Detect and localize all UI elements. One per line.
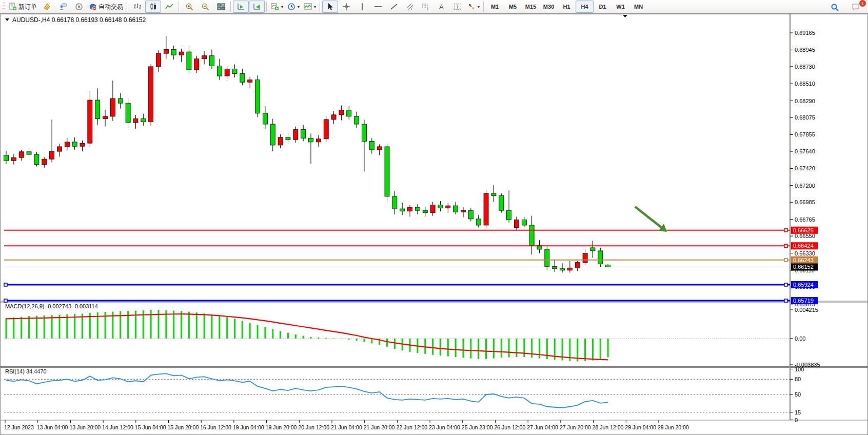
timeframe-m5-button[interactable]: M5 bbox=[504, 1, 522, 13]
candle bbox=[590, 248, 595, 251]
candle bbox=[461, 210, 466, 212]
text-label-button[interactable]: T bbox=[449, 1, 465, 13]
candle bbox=[217, 66, 222, 76]
bars-icon bbox=[133, 3, 142, 11]
time-axis-label: 12 Jun 2023 bbox=[4, 424, 34, 430]
button-label: H4 bbox=[581, 4, 588, 10]
time-axis-label: 29 Jun 20:00 bbox=[658, 424, 689, 430]
templates-button[interactable]: ▾ bbox=[302, 1, 318, 13]
candle bbox=[209, 56, 214, 66]
time-axis-label: 20 Jun 12:00 bbox=[298, 424, 329, 430]
zoom-out-icon bbox=[201, 3, 209, 11]
cursor-button[interactable] bbox=[322, 1, 338, 13]
support-line-blue-2-handle[interactable] bbox=[784, 299, 787, 302]
hline-icon bbox=[374, 3, 382, 11]
toolbar-separator bbox=[127, 2, 128, 12]
expert-advisor-button[interactable] bbox=[71, 1, 87, 13]
candle bbox=[567, 268, 572, 270]
candle bbox=[400, 209, 405, 211]
text-button[interactable]: A bbox=[433, 1, 449, 13]
candle bbox=[133, 118, 138, 123]
indicators-button[interactable]: ▾ bbox=[269, 1, 285, 13]
timeframe-d1-button[interactable]: D1 bbox=[594, 1, 611, 13]
price-tick-label: 0.67200 bbox=[795, 183, 815, 189]
auto-trading-button[interactable]: 自动交易 bbox=[87, 1, 125, 13]
timeframe-h1-button[interactable]: H1 bbox=[558, 1, 576, 13]
toolbar-separator bbox=[179, 2, 180, 12]
channel-icon: E bbox=[406, 3, 414, 11]
resistance-line-1-handle[interactable] bbox=[784, 229, 787, 232]
timeframe-mn-button[interactable]: MN bbox=[629, 1, 647, 13]
time-axis-label: 28 Jun 12:00 bbox=[593, 424, 624, 430]
button-label: 新订单 bbox=[18, 3, 37, 11]
profiles-button[interactable] bbox=[39, 1, 55, 13]
candle bbox=[438, 205, 443, 208]
fibonacci-button[interactable]: F bbox=[418, 1, 433, 13]
candle bbox=[240, 74, 245, 83]
timeframe-w1-button[interactable]: W1 bbox=[611, 1, 629, 13]
time-axis-label: 15 Jun 04:00 bbox=[135, 424, 166, 430]
horizontal-line-button[interactable] bbox=[370, 1, 386, 13]
line-chart-button[interactable] bbox=[161, 1, 177, 13]
timeframe-m30-button[interactable]: M30 bbox=[540, 1, 558, 13]
arrows-button[interactable]: ▾ bbox=[465, 1, 482, 13]
price-chart: 0.691650.689450.687300.685100.682900.680… bbox=[0, 14, 868, 435]
zoom-out-button[interactable] bbox=[197, 1, 213, 13]
rsi-label: RSI(14) 34.4470 bbox=[5, 368, 47, 374]
toolbar: 新订单自动交易▾▾▾EFAT▾M1M5M15M30H1H4D1W1MN bbox=[0, 0, 868, 14]
candle bbox=[453, 206, 458, 212]
time-axis-label: 29 Jun 04:00 bbox=[625, 424, 656, 430]
search-button[interactable] bbox=[827, 1, 843, 13]
button-label: D1 bbox=[599, 4, 606, 10]
tile-icon bbox=[217, 3, 225, 11]
tile-windows-button[interactable] bbox=[213, 1, 229, 13]
support-line-blue-1-handle[interactable] bbox=[784, 283, 787, 286]
candle bbox=[499, 195, 504, 210]
rsi-tick-label: 100 bbox=[795, 366, 804, 372]
candle bbox=[65, 142, 69, 147]
candle bbox=[80, 143, 85, 146]
chevron-down-icon: ▾ bbox=[314, 5, 316, 9]
button-label: M1 bbox=[491, 4, 499, 10]
candle bbox=[476, 219, 481, 225]
chart-shift-button[interactable] bbox=[249, 1, 265, 13]
candle bbox=[331, 115, 336, 120]
zoom-in-button[interactable] bbox=[181, 1, 197, 13]
candlestick-chart-button[interactable] bbox=[145, 1, 161, 13]
timeframe-m1-button[interactable]: M1 bbox=[486, 1, 504, 13]
timeframe-h4-button[interactable]: H4 bbox=[576, 1, 594, 13]
candle bbox=[118, 98, 123, 103]
price-tick-label: 0.66985 bbox=[795, 199, 815, 205]
time-axis-label: 19 Jun 20:00 bbox=[266, 424, 297, 430]
periods-button[interactable]: ▾ bbox=[285, 1, 302, 13]
expert-icon bbox=[75, 3, 83, 11]
equidistant-channel-button[interactable]: E bbox=[402, 1, 418, 13]
toolbar-separator bbox=[483, 2, 484, 12]
support-line-blue-1-price-label: 0.65924 bbox=[793, 282, 814, 288]
crosshair-button[interactable] bbox=[338, 1, 354, 13]
candle bbox=[598, 251, 603, 264]
chevron-down-icon: ▾ bbox=[298, 5, 300, 9]
publisher-button[interactable] bbox=[55, 1, 71, 13]
candle bbox=[553, 266, 557, 269]
vertical-line-button[interactable] bbox=[354, 1, 370, 13]
new-order-button[interactable]: 新订单 bbox=[7, 1, 39, 13]
resistance-line-2-handle[interactable] bbox=[784, 244, 787, 247]
candle bbox=[42, 159, 47, 165]
rsi-tick-label: 0 bbox=[795, 417, 798, 423]
support-line-blue-1-handle[interactable] bbox=[4, 283, 7, 286]
vline-icon bbox=[358, 3, 366, 11]
notifications-button[interactable]: 1 bbox=[848, 1, 864, 13]
candle bbox=[529, 225, 534, 245]
support-line-orange-handle[interactable] bbox=[784, 259, 787, 262]
bar-chart-button[interactable] bbox=[129, 1, 145, 13]
button-label: M5 bbox=[509, 4, 517, 10]
trendline-button[interactable] bbox=[386, 1, 402, 13]
timeframe-m15-button[interactable]: M15 bbox=[522, 1, 540, 13]
candle bbox=[88, 100, 92, 143]
zoom-in-icon bbox=[185, 3, 193, 11]
auto-scroll-button[interactable] bbox=[233, 1, 249, 13]
support-line-blue-2-handle[interactable] bbox=[4, 299, 7, 302]
candle bbox=[187, 52, 191, 70]
trendline-icon bbox=[390, 3, 398, 11]
